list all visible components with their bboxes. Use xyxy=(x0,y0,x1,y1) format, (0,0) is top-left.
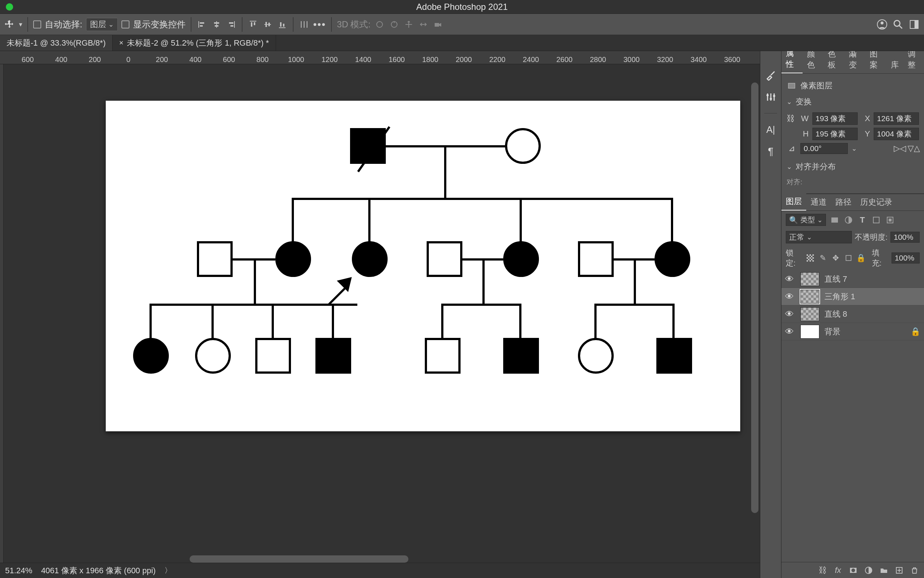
horizontal-scrollbar[interactable] xyxy=(189,555,408,563)
tab-libraries[interactable]: 库 xyxy=(887,57,903,73)
flip-vertical-icon[interactable]: ▽△ xyxy=(909,143,919,154)
fill-input[interactable]: 100% xyxy=(892,253,920,263)
document-tab-1[interactable]: 未标题-1 @ 33.3%(RGB/8*) xyxy=(0,35,113,51)
paragraph-panel-icon[interactable]: ¶ xyxy=(763,143,779,159)
layer-thumbnail[interactable] xyxy=(800,325,819,339)
tab-paths[interactable]: 路径 xyxy=(831,194,856,211)
visibility-toggle-icon[interactable]: 👁 xyxy=(785,326,795,337)
layer-row[interactable]: 👁 三角形 1 xyxy=(782,288,924,305)
tool-preset-chevron-icon[interactable]: ▾ xyxy=(19,20,22,28)
character-panel-icon[interactable]: A| xyxy=(763,122,779,138)
more-options-icon[interactable]: ••• xyxy=(313,19,326,30)
tab-history[interactable]: 历史记录 xyxy=(856,194,896,211)
angle-dropdown-icon[interactable]: ⌄ xyxy=(851,144,857,153)
lock-position-icon[interactable]: ✥ xyxy=(831,253,840,263)
y-input[interactable]: 1004 像素 xyxy=(874,128,919,140)
svg-rect-23 xyxy=(435,23,439,27)
search-icon[interactable] xyxy=(892,18,904,31)
canvas-viewport[interactable] xyxy=(4,64,760,563)
auto-select-target-dropdown[interactable]: 图层 ⌄ xyxy=(86,18,118,31)
status-chevron-icon[interactable]: 〉 xyxy=(165,566,172,575)
angle-input[interactable]: 0.00° xyxy=(800,143,848,154)
tab-patterns[interactable]: 图案 xyxy=(865,51,887,73)
traffic-light-green[interactable] xyxy=(6,3,13,11)
document-canvas[interactable] xyxy=(106,101,740,431)
distribute-icon[interactable] xyxy=(299,19,309,30)
lock-artboard-icon[interactable] xyxy=(843,253,853,263)
layer-row[interactable]: 👁 直线 7 xyxy=(782,270,924,288)
align-top-icon[interactable] xyxy=(248,19,259,30)
tab-channels[interactable]: 通道 xyxy=(806,194,831,211)
visibility-toggle-icon[interactable]: 👁 xyxy=(785,292,795,302)
filter-shape-icon[interactable] xyxy=(871,215,881,225)
width-input[interactable]: 193 像素 xyxy=(812,112,858,125)
layer-row[interactable]: 👁 直线 8 xyxy=(782,305,924,323)
layer-thumbnail[interactable] xyxy=(800,272,819,286)
pedigree-line xyxy=(671,198,673,242)
disclosure-icon[interactable]: ⌄ xyxy=(786,163,792,171)
doc-info[interactable]: 4061 像素 x 1966 像素 (600 ppi) xyxy=(41,565,156,576)
show-transform-checkbox[interactable] xyxy=(121,20,129,28)
align-right-icon[interactable] xyxy=(226,19,237,30)
layer-thumbnail[interactable] xyxy=(800,290,819,304)
lock-transparency-icon[interactable] xyxy=(806,253,816,263)
layer-filter-kind-dropdown[interactable]: 🔍 类型 ⌄ xyxy=(786,214,826,226)
vertical-scrollbar[interactable] xyxy=(751,83,759,513)
layer-fx-icon[interactable]: fx xyxy=(833,565,843,575)
vertical-ruler[interactable] xyxy=(0,64,4,578)
visibility-toggle-icon[interactable]: 👁 xyxy=(785,309,795,319)
layer-name[interactable]: 三角形 1 xyxy=(824,291,855,302)
adjustments-panel-icon[interactable] xyxy=(763,89,779,105)
tab-adjustments[interactable]: 调整 xyxy=(903,51,924,73)
tab-gradients[interactable]: 渐变 xyxy=(845,51,866,73)
visibility-toggle-icon[interactable]: 👁 xyxy=(785,274,795,284)
workspace-icon[interactable] xyxy=(908,18,920,31)
filter-type-icon[interactable]: T xyxy=(857,215,867,225)
link-layers-icon[interactable]: ⛓ xyxy=(817,565,828,575)
lock-all-icon[interactable]: 🔒 xyxy=(856,253,866,263)
layer-name[interactable]: 背景 xyxy=(824,326,840,337)
tab-properties[interactable]: 属性 xyxy=(782,51,803,73)
adjustment-layer-icon[interactable] xyxy=(864,565,874,575)
3d-mode-label: 3D 模式: xyxy=(337,19,371,30)
close-tab-icon[interactable]: × xyxy=(119,39,124,47)
cloud-account-icon[interactable] xyxy=(876,18,888,31)
tab-color[interactable]: 颜色 xyxy=(803,51,824,73)
disclosure-icon[interactable]: ⌄ xyxy=(786,98,792,106)
zoom-value[interactable]: 51.24% xyxy=(5,566,32,575)
new-layer-icon[interactable] xyxy=(894,565,904,575)
align-left-icon[interactable] xyxy=(197,19,207,30)
horizontal-ruler[interactable]: 600 400 200 0 200 400 600 800 1000 1200 … xyxy=(0,51,760,64)
filter-pixel-icon[interactable] xyxy=(830,215,840,225)
x-input[interactable]: 1261 像素 xyxy=(874,112,919,125)
filter-adjustment-icon[interactable] xyxy=(843,215,854,225)
blend-mode-dropdown[interactable]: 正常 ⌄ xyxy=(786,231,852,244)
layer-row[interactable]: 👁 背景 🔒 xyxy=(782,323,924,341)
link-wh-icon[interactable]: ⛓ xyxy=(786,114,795,123)
align-bottom-icon[interactable] xyxy=(277,19,288,30)
tab-layers[interactable]: 图层 xyxy=(782,193,806,211)
align-hcenter-icon[interactable] xyxy=(211,19,222,30)
svg-rect-9 xyxy=(250,21,256,21)
height-input[interactable]: 195 像素 xyxy=(812,128,858,140)
lock-pixels-icon[interactable]: ✎ xyxy=(818,253,828,263)
pedigree-line xyxy=(254,258,256,306)
3d-roll-icon xyxy=(389,19,400,30)
opacity-input[interactable]: 100% xyxy=(890,232,920,243)
pedigree-line xyxy=(332,304,334,340)
auto-select-checkbox[interactable] xyxy=(33,20,41,28)
align-vcenter-icon[interactable] xyxy=(262,19,273,30)
layer-thumbnail[interactable] xyxy=(800,307,819,321)
svg-point-21 xyxy=(377,21,382,28)
delete-layer-icon[interactable] xyxy=(909,565,920,575)
document-tab-2[interactable]: × 未标题-2 @ 51.2% (三角形 1, RGB/8*) * xyxy=(113,35,276,51)
group-layers-icon[interactable] xyxy=(879,565,889,575)
flip-horizontal-icon[interactable]: ▷◁ xyxy=(895,143,905,154)
brush-panel-icon[interactable] xyxy=(763,67,779,83)
layer-mask-icon[interactable] xyxy=(848,565,858,575)
layer-name[interactable]: 直线 7 xyxy=(824,274,847,285)
filter-smart-icon[interactable] xyxy=(885,215,895,225)
move-tool-icon[interactable] xyxy=(4,19,15,30)
tab-swatches[interactable]: 色板 xyxy=(824,51,845,73)
layer-name[interactable]: 直线 8 xyxy=(824,309,847,320)
